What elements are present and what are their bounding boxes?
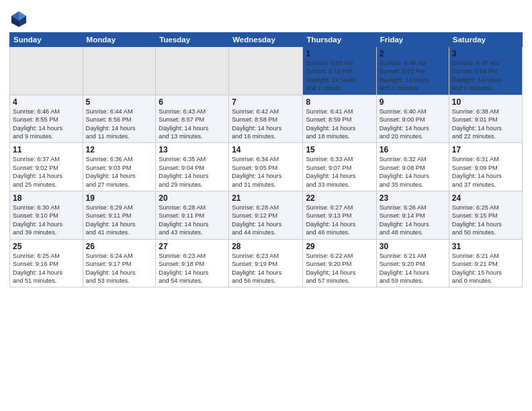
logo-icon (9, 9, 28, 28)
day-cell: 4Sunrise: 6:46 AM Sunset: 8:55 PM Daylig… (10, 95, 83, 143)
day-number: 19 (86, 193, 153, 203)
day-number: 2 (380, 49, 446, 58)
day-info: Sunrise: 6:29 AM Sunset: 9:11 PM Dayligh… (86, 203, 153, 237)
day-cell (10, 47, 83, 95)
day-info: Sunrise: 6:23 AM Sunset: 9:19 PM Dayligh… (232, 252, 300, 285)
day-cell: 19Sunrise: 6:29 AM Sunset: 9:11 PM Dayli… (83, 191, 156, 240)
day-number: 5 (86, 97, 153, 107)
day-info: Sunrise: 6:50 AM Sunset: 8:52 PM Dayligh… (306, 59, 373, 93)
weekday-header-tuesday: Tuesday (156, 33, 229, 47)
day-number: 22 (306, 193, 373, 203)
day-cell: 30Sunrise: 6:21 AM Sunset: 9:20 PM Dayli… (376, 239, 449, 287)
day-cell (229, 47, 303, 95)
day-cell: 22Sunrise: 6:27 AM Sunset: 9:13 PM Dayli… (303, 191, 376, 240)
day-cell: 24Sunrise: 6:25 AM Sunset: 9:15 PM Dayli… (449, 191, 522, 240)
weekday-header-row: SundayMondayTuesdayWednesdayThursdayFrid… (10, 33, 523, 47)
day-number: 24 (452, 193, 519, 203)
day-cell: 23Sunrise: 6:26 AM Sunset: 9:14 PM Dayli… (376, 191, 449, 240)
day-number: 25 (13, 242, 80, 251)
day-number: 17 (452, 145, 519, 154)
calendar-table: SundayMondayTuesdayWednesdayThursdayFrid… (9, 32, 523, 287)
day-number: 11 (13, 145, 80, 154)
week-row-5: 25Sunrise: 6:25 AM Sunset: 9:16 PM Dayli… (10, 239, 523, 287)
day-number: 10 (452, 97, 519, 107)
day-cell: 12Sunrise: 6:36 AM Sunset: 9:03 PM Dayli… (83, 143, 156, 191)
day-cell: 10Sunrise: 6:38 AM Sunset: 9:01 PM Dayli… (449, 95, 522, 143)
logo (9, 9, 31, 28)
day-info: Sunrise: 6:42 AM Sunset: 8:58 PM Dayligh… (232, 107, 300, 141)
weekday-header-monday: Monday (83, 33, 156, 47)
day-info: Sunrise: 6:21 AM Sunset: 9:21 PM Dayligh… (452, 252, 519, 285)
weekday-header-thursday: Thursday (303, 33, 376, 47)
day-info: Sunrise: 6:30 AM Sunset: 9:10 PM Dayligh… (13, 203, 80, 237)
day-info: Sunrise: 6:28 AM Sunset: 9:11 PM Dayligh… (159, 203, 226, 237)
day-number: 20 (159, 193, 226, 203)
day-cell: 1Sunrise: 6:50 AM Sunset: 8:52 PM Daylig… (303, 47, 376, 95)
day-cell: 2Sunrise: 6:48 AM Sunset: 8:53 PM Daylig… (376, 47, 449, 95)
day-info: Sunrise: 6:41 AM Sunset: 8:59 PM Dayligh… (306, 107, 373, 141)
day-info: Sunrise: 6:47 AM Sunset: 8:54 PM Dayligh… (452, 59, 519, 93)
day-info: Sunrise: 6:21 AM Sunset: 9:20 PM Dayligh… (380, 252, 446, 285)
day-cell (83, 47, 156, 95)
day-info: Sunrise: 6:34 AM Sunset: 9:05 PM Dayligh… (232, 155, 300, 189)
day-info: Sunrise: 6:32 AM Sunset: 9:08 PM Dayligh… (380, 155, 446, 189)
day-cell: 26Sunrise: 6:24 AM Sunset: 9:17 PM Dayli… (83, 239, 156, 287)
day-cell (156, 47, 229, 95)
header (9, 7, 523, 28)
day-cell: 15Sunrise: 6:33 AM Sunset: 9:07 PM Dayli… (303, 143, 376, 191)
day-number: 21 (232, 193, 300, 203)
day-info: Sunrise: 6:36 AM Sunset: 9:03 PM Dayligh… (86, 155, 153, 189)
week-row-4: 18Sunrise: 6:30 AM Sunset: 9:10 PM Dayli… (10, 191, 523, 240)
day-cell: 20Sunrise: 6:28 AM Sunset: 9:11 PM Dayli… (156, 191, 229, 240)
day-cell: 13Sunrise: 6:35 AM Sunset: 9:04 PM Dayli… (156, 143, 229, 191)
day-number: 15 (306, 145, 373, 154)
day-cell: 25Sunrise: 6:25 AM Sunset: 9:16 PM Dayli… (10, 239, 83, 287)
day-number: 8 (306, 97, 373, 107)
day-number: 30 (380, 242, 446, 251)
day-cell: 5Sunrise: 6:44 AM Sunset: 8:56 PM Daylig… (83, 95, 156, 143)
day-info: Sunrise: 6:24 AM Sunset: 9:17 PM Dayligh… (86, 252, 153, 285)
page: SundayMondayTuesdayWednesdayThursdayFrid… (0, 0, 532, 411)
day-info: Sunrise: 6:22 AM Sunset: 9:20 PM Dayligh… (306, 252, 373, 285)
weekday-header-saturday: Saturday (449, 33, 522, 47)
day-number: 13 (159, 145, 226, 154)
day-number: 6 (159, 97, 226, 107)
day-info: Sunrise: 6:33 AM Sunset: 9:07 PM Dayligh… (306, 155, 373, 189)
day-number: 29 (306, 242, 373, 251)
day-cell: 16Sunrise: 6:32 AM Sunset: 9:08 PM Dayli… (376, 143, 449, 191)
day-cell: 9Sunrise: 6:40 AM Sunset: 9:00 PM Daylig… (376, 95, 449, 143)
day-cell: 28Sunrise: 6:23 AM Sunset: 9:19 PM Dayli… (229, 239, 303, 287)
day-number: 3 (452, 49, 519, 58)
day-cell: 17Sunrise: 6:31 AM Sunset: 9:09 PM Dayli… (449, 143, 522, 191)
day-number: 1 (306, 49, 373, 58)
day-number: 31 (452, 242, 519, 251)
day-cell: 31Sunrise: 6:21 AM Sunset: 9:21 PM Dayli… (449, 239, 522, 287)
day-cell: 6Sunrise: 6:43 AM Sunset: 8:57 PM Daylig… (156, 95, 229, 143)
day-info: Sunrise: 6:43 AM Sunset: 8:57 PM Dayligh… (159, 107, 226, 141)
day-cell: 11Sunrise: 6:37 AM Sunset: 9:02 PM Dayli… (10, 143, 83, 191)
week-row-1: 1Sunrise: 6:50 AM Sunset: 8:52 PM Daylig… (10, 47, 523, 95)
day-number: 16 (380, 145, 446, 154)
day-number: 14 (232, 145, 300, 154)
day-number: 23 (380, 193, 446, 203)
day-cell: 29Sunrise: 6:22 AM Sunset: 9:20 PM Dayli… (303, 239, 376, 287)
day-number: 4 (13, 97, 80, 107)
day-number: 28 (232, 242, 300, 251)
day-info: Sunrise: 6:28 AM Sunset: 9:12 PM Dayligh… (232, 203, 300, 237)
day-number: 12 (86, 145, 153, 154)
day-cell: 8Sunrise: 6:41 AM Sunset: 8:59 PM Daylig… (303, 95, 376, 143)
day-cell: 27Sunrise: 6:23 AM Sunset: 9:18 PM Dayli… (156, 239, 229, 287)
day-info: Sunrise: 6:37 AM Sunset: 9:02 PM Dayligh… (13, 155, 80, 189)
day-info: Sunrise: 6:25 AM Sunset: 9:15 PM Dayligh… (452, 203, 519, 237)
day-info: Sunrise: 6:25 AM Sunset: 9:16 PM Dayligh… (13, 252, 80, 285)
day-info: Sunrise: 6:31 AM Sunset: 9:09 PM Dayligh… (452, 155, 519, 189)
week-row-3: 11Sunrise: 6:37 AM Sunset: 9:02 PM Dayli… (10, 143, 523, 191)
day-number: 18 (13, 193, 80, 203)
day-cell: 7Sunrise: 6:42 AM Sunset: 8:58 PM Daylig… (229, 95, 303, 143)
day-info: Sunrise: 6:48 AM Sunset: 8:53 PM Dayligh… (380, 59, 446, 93)
day-info: Sunrise: 6:26 AM Sunset: 9:14 PM Dayligh… (380, 203, 446, 237)
day-number: 26 (86, 242, 153, 251)
day-cell: 14Sunrise: 6:34 AM Sunset: 9:05 PM Dayli… (229, 143, 303, 191)
day-number: 27 (159, 242, 226, 251)
weekday-header-friday: Friday (376, 33, 449, 47)
